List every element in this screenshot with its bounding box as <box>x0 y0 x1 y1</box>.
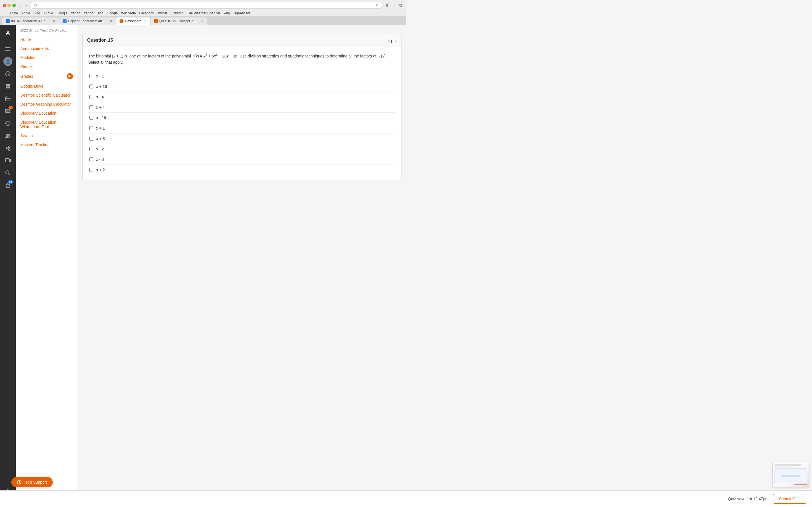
nav-grades[interactable]: Grades 54 <box>16 71 78 82</box>
sidebar-search-icon[interactable] <box>2 167 13 179</box>
sidebar-menu-icon[interactable] <box>2 43 13 55</box>
checkbox-opt10[interactable] <box>89 168 93 172</box>
sidebar-import-icon[interactable] <box>2 143 13 154</box>
answer-option-7[interactable]: x + 8 <box>88 133 396 144</box>
reload-icon[interactable]: ↺ <box>376 3 379 7</box>
bookmark-yahoo1[interactable]: Yahoo <box>71 11 80 15</box>
option-label-7[interactable]: x + 8 <box>96 136 105 141</box>
tab-quiz[interactable]: Quiz: 07.21 Concept 7.2: Let's Practice!… <box>151 17 207 25</box>
answer-option-6[interactable]: x + 1 <box>88 123 396 133</box>
new-tab-button[interactable]: + <box>392 2 396 9</box>
checkbox-opt6[interactable] <box>89 126 93 130</box>
option-label-4[interactable]: x + 4 <box>96 105 105 110</box>
bookmark-twitter[interactable]: Twitter <box>157 11 167 15</box>
tab-close-3[interactable]: ✕ <box>144 19 147 23</box>
tab-label-1: 08.04 Federalism & Education <box>11 19 50 23</box>
sidebar-todo-icon[interactable]: 10 <box>2 180 13 191</box>
bookmark-google2[interactable]: Google <box>107 11 118 15</box>
answer-option-2[interactable]: x + 16 <box>88 81 396 92</box>
tab-close-1[interactable]: ✕ <box>53 19 55 23</box>
share-button[interactable]: ⬆ <box>384 2 390 9</box>
option-label-1[interactable]: x - 1 <box>96 74 104 78</box>
nav-discovery-whiteboard[interactable]: Discovery Education Whiteboard Tool <box>16 118 78 131</box>
sidebar-avatar-icon[interactable]: 👤 <box>2 56 13 67</box>
nav-announcements[interactable]: Announcements <box>16 44 78 53</box>
bookmark-wikipedia[interactable]: Wikipedia <box>121 11 136 15</box>
todo-badge: 10 <box>8 180 13 184</box>
sidebar-activity-icon[interactable] <box>2 68 13 79</box>
option-label-10[interactable]: x + 2 <box>96 168 105 172</box>
main-content: Question 15 4 pts The binomial (x + 1) i… <box>78 25 406 501</box>
bookmark-apps[interactable]: ⚏ <box>3 11 6 15</box>
checkbox-opt3[interactable] <box>89 95 93 99</box>
bookmark-facebook[interactable]: Facebook <box>139 11 154 15</box>
bookmark-yelp[interactable]: Yelp <box>223 11 230 15</box>
checkbox-opt1[interactable] <box>89 74 93 78</box>
checkbox-opt4[interactable] <box>89 105 93 109</box>
answer-option-1[interactable]: x - 1 <box>88 71 396 81</box>
course-navigation: 2023 School Year: Q3-Q4 LA... Home Annou… <box>16 25 78 501</box>
tab-federalism[interactable]: 08.04 Federalism & Education ✕ <box>2 17 59 25</box>
svg-point-11 <box>6 134 8 136</box>
tabs-overview-button[interactable]: ⧉ <box>398 2 403 9</box>
answer-option-10[interactable]: x + 2 <box>88 165 396 175</box>
option-label-5[interactable]: x - 16 <box>96 115 106 120</box>
sidebar-history-icon[interactable] <box>2 118 13 129</box>
option-label-8[interactable]: x - 2 <box>96 147 104 151</box>
sidebar-logo[interactable]: A <box>2 27 13 39</box>
bookmark-linkedin[interactable]: LinkedIn <box>171 11 184 15</box>
checkbox-opt7[interactable] <box>89 136 93 140</box>
answer-option-8[interactable]: x - 2 <box>88 144 396 154</box>
checkbox-opt9[interactable] <box>89 158 93 161</box>
answer-option-4[interactable]: x + 4 <box>88 102 396 113</box>
tab-venn[interactable]: Copy of Federalism and Education Venn Di… <box>59 17 116 25</box>
minimize-window-btn[interactable] <box>8 4 11 7</box>
svg-rect-8 <box>6 97 10 101</box>
tab-close-2[interactable]: ✕ <box>110 19 112 23</box>
bookmark-yahoo2[interactable]: Yahoo <box>84 11 93 15</box>
nav-desmos-graph[interactable]: Desmos Graphing Calculator <box>16 100 78 109</box>
bookmark-weather[interactable]: The Weather Channel <box>187 11 220 15</box>
sidebar-calendar-icon[interactable] <box>2 93 13 104</box>
address-bar[interactable]: 🛡 springfieldpublicschools.instructure.c… <box>31 2 382 9</box>
tab-dashboard[interactable]: Dashboard ✕ <box>116 17 150 25</box>
bookmark-icloud[interactable]: iCloud <box>43 11 53 15</box>
svg-point-13 <box>6 147 8 149</box>
tab-close-4[interactable]: ✕ <box>201 19 204 23</box>
url-input[interactable]: springfieldpublicschools.instructure.com <box>39 3 374 7</box>
answer-option-5[interactable]: x - 16 <box>88 113 396 123</box>
option-label-3[interactable]: x - 4 <box>96 95 104 99</box>
answer-option-3[interactable]: x - 4 <box>88 92 396 102</box>
option-label-6[interactable]: x + 1 <box>96 126 105 130</box>
bookmark-google1[interactable]: Google <box>56 11 67 15</box>
checkbox-opt5[interactable] <box>89 116 93 120</box>
bookmark-apple2[interactable]: Apple <box>21 11 30 15</box>
checkbox-opt2[interactable] <box>89 84 93 89</box>
nav-google-drive[interactable]: Google Drive <box>16 82 78 91</box>
bookmark-bing2[interactable]: Bing <box>97 11 103 15</box>
svg-rect-5 <box>8 84 10 86</box>
bookmark-tripadvisor[interactable]: TripAdvisor <box>233 11 250 15</box>
nav-mastery-tracker[interactable]: Mastery Tracker <box>16 140 78 149</box>
forward-button[interactable]: › <box>24 2 29 8</box>
option-label-2[interactable]: x + 16 <box>96 84 107 89</box>
checkbox-opt8[interactable] <box>89 147 93 151</box>
bookmark-bing1[interactable]: Bing <box>33 11 40 15</box>
sidebar-inbox-icon[interactable]: 1 <box>2 105 13 117</box>
nav-home[interactable]: Home <box>16 35 78 44</box>
nav-modules[interactable]: Modules <box>16 53 78 62</box>
nav-search[interactable]: Search <box>16 131 78 140</box>
close-window-btn[interactable] <box>3 4 6 7</box>
back-button[interactable]: ‹ <box>18 2 23 8</box>
maximize-window-btn[interactable] <box>12 4 16 7</box>
bookmark-apple1[interactable]: Apple <box>9 11 18 15</box>
sidebar-conferences-icon[interactable] <box>2 155 13 166</box>
answer-option-9[interactable]: x - 8 <box>88 154 396 165</box>
sidebar-groups-icon[interactable] <box>2 130 13 142</box>
option-label-9[interactable]: x - 8 <box>96 157 104 162</box>
nav-people[interactable]: People <box>16 62 78 71</box>
tech-support-button[interactable]: Tech Support <box>11 477 53 487</box>
nav-desmos-sci[interactable]: Desmos Scientific Calculator <box>16 91 78 100</box>
sidebar-courses-icon[interactable] <box>2 80 13 92</box>
nav-discovery-edu[interactable]: Discovery Education <box>16 109 78 118</box>
